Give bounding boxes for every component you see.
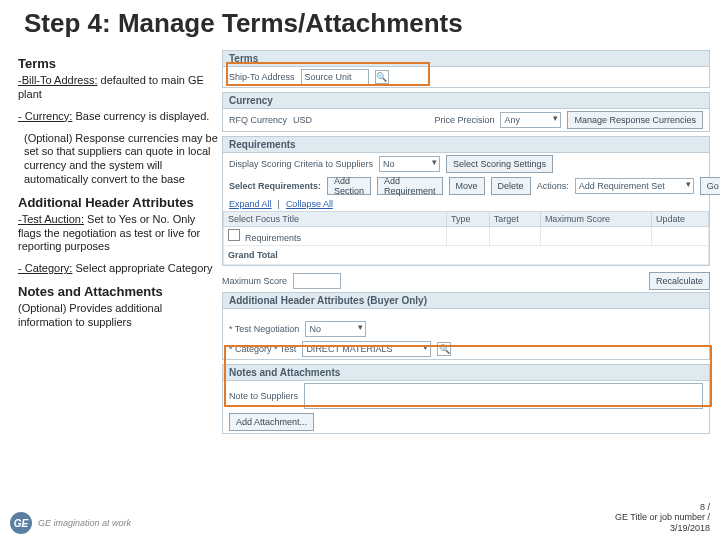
category-label: - Category: [18, 262, 72, 274]
grand-total-label: Grand Total [224, 246, 709, 265]
col-target: Target [489, 212, 540, 227]
display-scoring-label: Display Scoring Criteria to Suppliers [229, 159, 373, 169]
col-select-focus: Select Focus Title [224, 212, 447, 227]
ge-logo-block: GE GE imagination at work [10, 512, 131, 534]
terms-panel-header: Terms [223, 51, 709, 67]
ship-to-label: Ship-To Address [229, 72, 295, 82]
terms-heading: Terms [18, 56, 218, 72]
col-max-score: Maximum Score [540, 212, 651, 227]
currency-text: Base currency is displayed. [75, 110, 209, 122]
response-currency-note: (Optional) Response currencies may be se… [24, 132, 218, 187]
addl-header-panel: Additional Header Attributes (Buyer Only… [222, 292, 710, 360]
max-score-input[interactable] [293, 273, 341, 289]
footer-meta: 8 / GE Title or job number / 3/19/2018 [615, 502, 710, 534]
notes-heading: Notes and Attachments [18, 284, 218, 300]
currency-panel-header: Currency [223, 93, 709, 109]
col-update: Update [651, 212, 708, 227]
manage-currencies-button[interactable]: Manage Response Currencies [567, 111, 703, 129]
delete-button[interactable]: Delete [491, 177, 531, 195]
go-button[interactable]: Go [700, 177, 720, 195]
currency-note: - Currency: Base currency is displayed. [18, 110, 218, 124]
terms-panel: Terms Ship-To Address Source Unit 🔍 [222, 50, 710, 88]
category-select-label: * Category * Test [229, 344, 296, 354]
right-column: Terms Ship-To Address Source Unit 🔍 Curr… [222, 50, 710, 438]
footer-date: 3/19/2018 [615, 523, 710, 534]
grand-total-row: Grand Total [224, 246, 709, 265]
collapse-all-link[interactable]: Collapse All [286, 199, 333, 209]
search-icon[interactable]: 🔍 [375, 70, 389, 84]
table-row: Requirements [224, 227, 709, 246]
ge-tagline: GE imagination at work [38, 518, 131, 528]
category-note: - Category: Select appropriate Category [18, 262, 218, 276]
note-to-suppliers-input[interactable] [304, 383, 703, 409]
requirements-panel-header: Requirements [223, 137, 709, 153]
expand-all-link[interactable]: Expand All [229, 199, 272, 209]
addl-header-panel-header: Additional Header Attributes (Buyer Only… [223, 293, 709, 309]
actions-label: Actions: [537, 181, 569, 191]
footer: GE GE imagination at work 8 / GE Title o… [10, 502, 710, 534]
bill-to-note: -Bill-To Address: defaulted to main GE p… [18, 74, 218, 102]
test-negotiation-select[interactable]: No [305, 321, 366, 337]
add-requirement-button[interactable]: Add Requirement [377, 177, 443, 195]
ship-to-input[interactable]: Source Unit [301, 69, 369, 85]
test-auction-label: -Test Auction: [18, 213, 84, 225]
search-icon[interactable]: 🔍 [437, 342, 451, 356]
note-to-suppliers-label: Note to Suppliers [229, 391, 298, 401]
move-button[interactable]: Move [449, 177, 485, 195]
actions-select[interactable]: Add Requirement Set [575, 178, 694, 194]
addl-heading: Additional Header Attributes [18, 195, 218, 211]
left-column: Terms -Bill-To Address: defaulted to mai… [18, 50, 218, 338]
notes-panel-header: Notes and Attachments [223, 365, 709, 381]
requirements-table: Select Focus Title Type Target Maximum S… [223, 211, 709, 265]
max-score-label: Maximum Score [222, 276, 287, 286]
bill-to-label: -Bill-To Address: [18, 74, 97, 86]
currency-panel: Currency RFQ Currency USD Price Precisio… [222, 92, 710, 132]
price-precision-select[interactable]: Any [500, 112, 561, 128]
category-text: Select appropriate Category [75, 262, 212, 274]
select-scoring-button[interactable]: Select Scoring Settings [446, 155, 553, 173]
category-select[interactable]: DIRECT MATERIALS [302, 341, 431, 357]
notes-text: (Optional) Provides additional informati… [18, 302, 218, 330]
price-precision-label: Price Precision [434, 115, 494, 125]
currency-label: - Currency: [18, 110, 72, 122]
rfq-currency-label: RFQ Currency [229, 115, 287, 125]
page-number: 8 / [615, 502, 710, 513]
notes-panel: Notes and Attachments Note to Suppliers … [222, 364, 710, 434]
test-auction-note: -Test Auction: Set to Yes or No. Only fl… [18, 213, 218, 254]
col-type: Type [447, 212, 490, 227]
row-name: Requirements [245, 233, 301, 243]
add-section-button[interactable]: Add Section [327, 177, 371, 195]
requirements-panel: Requirements Display Scoring Criteria to… [222, 136, 710, 266]
add-attachment-button[interactable]: Add Attachment... [229, 413, 314, 431]
select-requirements-label: Select Requirements: [229, 181, 321, 191]
display-scoring-select[interactable]: No [379, 156, 440, 172]
test-negotiation-label: * Test Negotiation [229, 324, 299, 334]
page-title: Step 4: Manage Terms/Attachments [24, 8, 463, 39]
rfq-currency-value: USD [293, 115, 312, 125]
ge-logo-icon: GE [10, 512, 32, 534]
footer-title: GE Title or job number / [615, 512, 710, 523]
recalculate-button[interactable]: Recalculate [649, 272, 710, 290]
row-checkbox[interactable] [228, 229, 240, 241]
